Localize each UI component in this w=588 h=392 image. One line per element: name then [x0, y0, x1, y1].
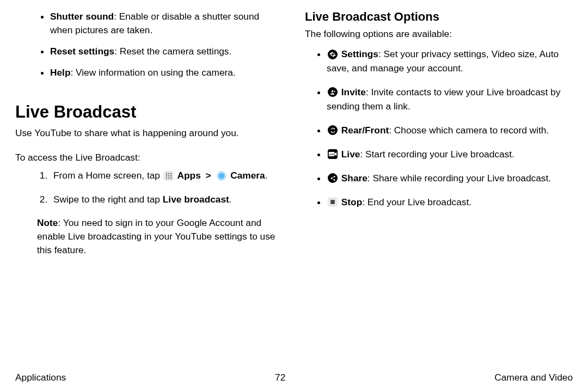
setting-title: Reset settings	[50, 46, 114, 57]
footer-left: Applications	[15, 372, 66, 383]
stop-icon	[328, 197, 338, 207]
step1-suffix: .	[265, 170, 268, 181]
access-label: To access the Live Broadcast:	[15, 151, 283, 164]
svg-point-5	[170, 175, 171, 176]
option-title: Share	[341, 173, 367, 183]
setting-desc: : View information on using the camera.	[70, 67, 235, 78]
option-desc: : Start recording your Live broadcast.	[360, 149, 514, 160]
svg-text:LIVE: LIVE	[329, 153, 334, 156]
option-rear-front: Rear/Front: Choose which camera to recor…	[327, 124, 573, 138]
option-title: Invite	[341, 87, 366, 97]
option-invite: Invite: Invite contacts to view your Liv…	[327, 85, 573, 114]
gear-icon	[328, 50, 338, 59]
live-badge-icon: LIVE	[328, 149, 338, 159]
breadcrumb-separator: >	[206, 170, 211, 181]
note-label: Note	[37, 217, 58, 228]
svg-point-1	[168, 173, 169, 174]
camera-label: Camera	[230, 170, 265, 181]
list-item: Help: View information on using the came…	[50, 66, 283, 79]
svg-point-4	[168, 175, 169, 176]
option-desc: : Choose which camera to record with.	[389, 125, 549, 136]
manual-page: Shutter sound: Enable or disable a shutt…	[0, 0, 588, 392]
person-plus-icon	[328, 87, 338, 97]
left-column: Shutter sound: Enable or disable a shutt…	[15, 10, 283, 257]
options-intro: The following options are available:	[305, 27, 573, 41]
svg-point-12	[330, 177, 332, 179]
svg-point-0	[166, 173, 167, 174]
setting-desc: : Reset the camera settings.	[114, 46, 231, 57]
option-title: Stop	[341, 197, 362, 207]
list-item: Reset settings: Reset the camera setting…	[50, 45, 283, 58]
option-title: Rear/Front	[341, 125, 389, 136]
svg-point-9	[331, 90, 333, 93]
note-block: Note: You need to sign in to your Google…	[15, 216, 283, 257]
svg-point-3	[166, 175, 167, 176]
share-icon	[328, 173, 338, 183]
option-share: Share: Share while recording your Live b…	[327, 171, 573, 186]
switch-camera-icon	[328, 125, 338, 135]
step-1: From a Home screen, tap Apps > Camera.	[50, 169, 283, 182]
option-title: Live	[341, 149, 360, 160]
footer-right: Camera and Video	[494, 372, 573, 383]
svg-point-8	[170, 177, 171, 179]
svg-point-2	[170, 173, 171, 174]
footer-page-number: 72	[275, 372, 285, 383]
apps-label: Apps	[177, 170, 201, 181]
section-heading-options: Live Broadcast Options	[305, 10, 573, 24]
setting-title: Shutter sound	[50, 11, 114, 22]
step-2: Swipe to the right and tap Live broadcas…	[50, 193, 283, 206]
svg-point-13	[333, 176, 335, 177]
camera-settings-list: Shutter sound: Enable or disable a shutt…	[15, 10, 283, 79]
step2-text: Swipe to the right and tap	[53, 194, 163, 205]
svg-point-14	[333, 179, 335, 181]
option-live: LIVE Live: Start recording your Live bro…	[327, 148, 573, 162]
section-heading-live-broadcast: Live Broadcast	[15, 102, 283, 122]
camera-icon	[217, 171, 226, 181]
setting-title: Help	[50, 67, 70, 78]
step2-bold: Live broadcast	[163, 194, 229, 205]
list-item: Shutter sound: Enable or disable a shutt…	[50, 10, 283, 37]
svg-point-7	[168, 177, 169, 179]
page-footer: Applications 72 Camera and Video	[15, 372, 573, 383]
right-column: Live Broadcast Options The following opt…	[305, 10, 573, 257]
note-body: : You need to sign in to your Google Acc…	[37, 217, 275, 255]
option-desc: : Share while recording your Live broadc…	[367, 173, 551, 183]
step1-prefix: From a Home screen, tap	[53, 170, 163, 181]
option-title: Settings	[341, 48, 378, 59]
step2-suffix: .	[229, 194, 232, 205]
option-desc: : End your Live broadcast.	[362, 197, 471, 207]
apps-icon	[164, 171, 174, 181]
svg-point-6	[166, 177, 167, 179]
two-column-layout: Shutter sound: Enable or disable a shutt…	[15, 10, 573, 257]
steps-list: From a Home screen, tap Apps > Camera.	[15, 169, 283, 206]
options-list: Settings: Set your privacy settings, Vid…	[305, 47, 573, 210]
intro-text: Use YouTube to share what is happening a…	[15, 126, 283, 140]
option-stop: Stop: End your Live broadcast.	[327, 195, 573, 210]
option-settings: Settings: Set your privacy settings, Vid…	[327, 47, 573, 76]
